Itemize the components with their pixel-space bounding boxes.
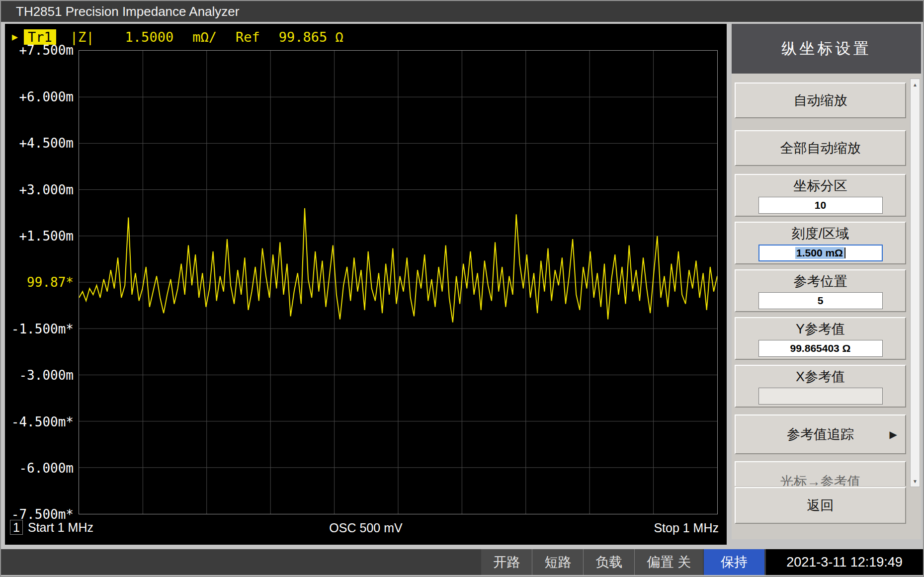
- reference-position-label: 参考位置: [794, 273, 847, 290]
- y-reference-button[interactable]: Y参考值 99.865403 Ω: [735, 317, 906, 360]
- trace-ref-label: Ref: [236, 29, 260, 45]
- load-correction-button[interactable]: 负载: [583, 549, 634, 575]
- y-axis-settings-panel: 纵坐标设置 自动缩放 全部自动缩放 坐标分区 10 刻度/区域 1.500 mΩ…: [732, 24, 921, 539]
- start-frequency-label: Start 1 MHz: [28, 520, 93, 535]
- reference-position-input[interactable]: 5: [758, 292, 883, 309]
- reference-tracking-button[interactable]: 参考值追踪 ▶: [735, 414, 906, 454]
- impedance-trace-plot: [79, 50, 718, 514]
- osc-level-label: OSC 500 mV: [329, 521, 402, 535]
- scale-per-division-button[interactable]: 刻度/区域 1.500 mΩ: [735, 222, 906, 264]
- auto-scale-all-button[interactable]: 全部自动缩放: [735, 130, 906, 166]
- marker-to-reference-label: 光标→参考值: [780, 473, 861, 486]
- x-reference-label: X参考值: [796, 368, 845, 385]
- y-axis-label: -3.000m: [5, 368, 74, 383]
- y-axis-reference-label: 99.87*: [5, 275, 74, 290]
- trace-ref-value: 99.865 Ω: [279, 29, 343, 45]
- trace-scale-unit: mΩ/: [192, 29, 217, 45]
- y-axis-label: -6.000m: [5, 461, 74, 476]
- y-axis-label: +7.500m: [5, 43, 74, 58]
- divisions-label: 坐标分区: [794, 177, 847, 194]
- x-reference-input[interactable]: [758, 388, 883, 405]
- reference-position-button[interactable]: 参考位置 5: [735, 269, 906, 312]
- datetime-display: 2021-3-11 12:19:49: [766, 549, 923, 575]
- panel-scrollbar[interactable]: ▲ ▼: [910, 79, 920, 487]
- stop-frequency-label: Stop 1 MHz: [654, 521, 719, 535]
- y-reference-label: Y参考值: [796, 321, 845, 337]
- auto-scale-label: 自动缩放: [794, 92, 847, 109]
- panel-title: 纵坐标设置: [732, 24, 921, 74]
- channel-indicator: 1: [10, 520, 23, 535]
- y-axis-label: +3.000m: [5, 182, 74, 197]
- bias-toggle-button[interactable]: 偏置 关: [634, 549, 703, 575]
- hold-button[interactable]: 保持: [704, 549, 764, 575]
- auto-scale-button[interactable]: 自动缩放: [735, 82, 906, 118]
- measurement-display: ▶ Tr1 |Z| 1.5000 mΩ/ Ref 99.865 Ω +7.500…: [5, 24, 727, 545]
- sweep-start: 1 Start 1 MHz: [10, 520, 93, 535]
- auto-scale-all-label: 全部自动缩放: [780, 140, 861, 157]
- scale-per-division-input[interactable]: 1.500 mΩ: [758, 245, 883, 261]
- divisions-button[interactable]: 坐标分区 10: [735, 174, 906, 217]
- y-axis-labels: +7.500m +6.000m +4.500m +3.000m +1.500m …: [5, 24, 77, 545]
- scroll-down-icon[interactable]: ▼: [911, 476, 920, 487]
- back-label: 返回: [807, 497, 834, 514]
- y-axis-label: -1.500m*: [5, 322, 74, 336]
- y-axis-label: -4.500m*: [5, 414, 74, 429]
- short-correction-button[interactable]: 短路: [532, 549, 583, 575]
- window-title: TH2851 Precision Impedance Analyzer: [1, 1, 923, 22]
- scroll-up-icon[interactable]: ▲: [911, 79, 920, 90]
- submenu-arrow-icon: ▶: [890, 428, 897, 440]
- scale-per-division-label: 刻度/区域: [792, 225, 849, 242]
- bottom-bar: 开路 短路 负载 偏置 关 保持 2021-3-11 12:19:49: [1, 549, 923, 575]
- y-reference-input[interactable]: 99.865403 Ω: [758, 340, 883, 357]
- trace-scale-value: 1.5000: [125, 29, 174, 45]
- y-axis-label: +4.500m: [5, 136, 74, 151]
- open-correction-button[interactable]: 开路: [481, 549, 532, 575]
- y-axis-label: +6.000m: [5, 89, 74, 104]
- y-axis-label: +1.500m: [5, 229, 74, 244]
- back-button[interactable]: 返回: [735, 487, 906, 524]
- scale-per-division-value: 1.500 mΩ: [795, 247, 844, 259]
- reference-tracking-label: 参考值追踪: [787, 426, 854, 443]
- x-reference-button[interactable]: X参考值: [735, 365, 906, 408]
- divisions-input[interactable]: 10: [758, 197, 883, 214]
- x-axis-bar: 1 Start 1 MHz OSC 500 mV Stop 1 MHz: [5, 520, 727, 537]
- marker-to-reference-button-clipped[interactable]: 光标→参考值: [735, 461, 906, 486]
- trace-grid-svg: [79, 51, 717, 514]
- text-caret: [844, 247, 845, 258]
